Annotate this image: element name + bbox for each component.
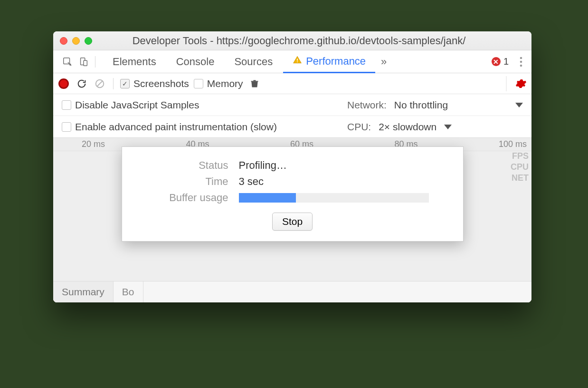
lane-labels: FPS CPU NET <box>511 151 529 183</box>
perf-toolbar: Screenshots Memory <box>53 73 531 94</box>
tab-console[interactable]: Console <box>167 50 224 73</box>
screenshots-checkbox[interactable]: Screenshots <box>120 78 189 89</box>
svg-rect-11 <box>251 81 258 82</box>
stop-button[interactable]: Stop <box>272 213 313 231</box>
titlebar: Developer Tools - https://googlechrome.g… <box>53 31 531 50</box>
divider <box>506 76 507 91</box>
tab-overflow[interactable]: » <box>376 50 391 73</box>
divider <box>95 56 95 68</box>
tab-summary[interactable]: Summary <box>53 281 114 302</box>
dialog-time-row: Time 3 sec <box>138 175 447 188</box>
garbage-collect-button[interactable] <box>248 77 261 90</box>
network-throttling-dropdown[interactable]: Network: No throttling <box>347 99 523 111</box>
time-value: 3 sec <box>239 175 264 188</box>
svg-rect-2 <box>84 60 87 66</box>
paint-instrumentation-checkbox[interactable]: Enable advanced paint instrumentation (s… <box>62 121 277 133</box>
tab-truncated[interactable]: Bo <box>114 281 143 302</box>
chevron-down-icon <box>515 103 523 107</box>
checkbox-icon <box>62 100 71 110</box>
divider <box>113 78 114 89</box>
buffer-progress <box>239 193 429 203</box>
main-tabbar: Elements Console Sources Performance » ✕… <box>53 50 531 73</box>
settings-row-1: Disable JavaScript Samples Network: No t… <box>53 94 531 116</box>
devtools-window: Developer Tools - https://googlechrome.g… <box>53 31 531 302</box>
chevron-down-icon <box>444 125 452 129</box>
error-icon: ✕ <box>492 57 501 66</box>
tab-sources[interactable]: Sources <box>225 50 282 73</box>
svg-point-5 <box>520 57 522 59</box>
capture-settings-button[interactable] <box>514 77 528 90</box>
error-count-badge[interactable]: ✕ 1 <box>488 50 512 73</box>
svg-rect-3 <box>297 58 298 60</box>
warning-icon <box>293 55 302 68</box>
settings-row-2: Enable advanced paint instrumentation (s… <box>53 116 531 138</box>
more-options-icon[interactable] <box>513 50 529 73</box>
dialog-status-row: Status Profiling… <box>138 159 447 172</box>
chevron-right-double-icon: » <box>381 56 387 68</box>
timeline-area: 20 ms 40 ms 60 ms 80 ms 100 ms FPS CPU N… <box>53 138 531 302</box>
dialog-buffer-row: Buffer usage <box>138 192 447 204</box>
svg-line-9 <box>97 81 103 86</box>
details-tabbar: Summary Bo <box>53 281 531 302</box>
svg-rect-4 <box>297 61 298 62</box>
record-button[interactable] <box>57 77 70 90</box>
disable-js-samples-checkbox[interactable]: Disable JavaScript Samples <box>62 99 199 111</box>
svg-point-6 <box>520 60 522 63</box>
checkbox-icon <box>194 79 203 88</box>
profiling-dialog: Status Profiling… Time 3 sec Buffer usag… <box>122 146 464 242</box>
reload-button[interactable] <box>75 77 88 90</box>
clear-button[interactable] <box>93 77 106 90</box>
window-title: Developer Tools - https://googlechrome.g… <box>73 35 525 47</box>
checkbox-icon <box>120 79 130 88</box>
memory-checkbox[interactable]: Memory <box>194 78 243 89</box>
tab-performance[interactable]: Performance <box>283 50 375 73</box>
device-toolbar-icon[interactable] <box>77 55 90 68</box>
cpu-throttling-dropdown[interactable]: CPU: 2× slowdown <box>347 121 523 133</box>
tab-elements[interactable]: Elements <box>103 50 166 73</box>
close-window-button[interactable] <box>60 37 67 45</box>
inspect-element-icon[interactable] <box>61 55 74 68</box>
checkbox-icon <box>62 122 71 132</box>
svg-point-7 <box>520 64 522 67</box>
status-value: Profiling… <box>239 159 287 172</box>
